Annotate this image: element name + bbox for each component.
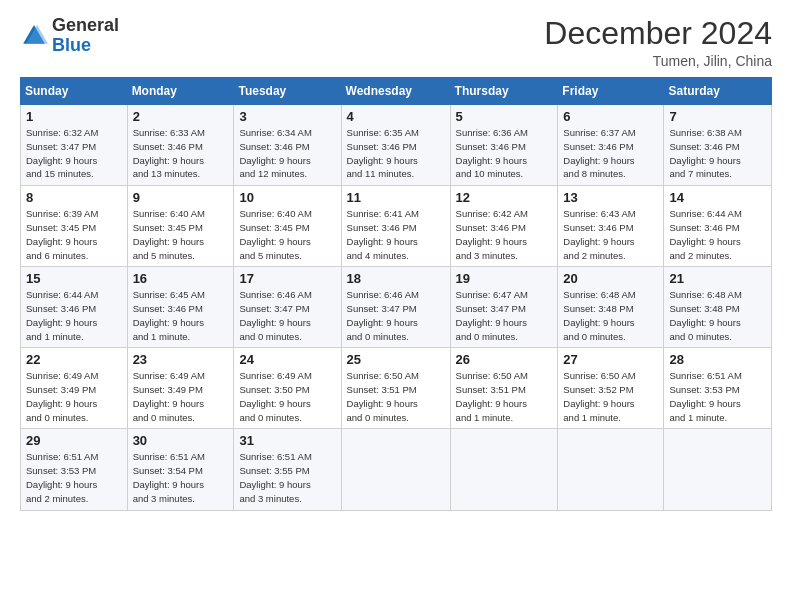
calendar-cell: 8Sunrise: 6:39 AMSunset: 3:45 PMDaylight… bbox=[21, 186, 128, 267]
day-number: 9 bbox=[133, 190, 229, 205]
calendar-cell: 21Sunrise: 6:48 AMSunset: 3:48 PMDayligh… bbox=[664, 267, 772, 348]
day-detail: Sunrise: 6:36 AMSunset: 3:46 PMDaylight:… bbox=[456, 126, 553, 181]
subtitle: Tumen, Jilin, China bbox=[544, 53, 772, 69]
calendar-cell: 22Sunrise: 6:49 AMSunset: 3:49 PMDayligh… bbox=[21, 348, 128, 429]
day-detail: Sunrise: 6:37 AMSunset: 3:46 PMDaylight:… bbox=[563, 126, 658, 181]
calendar-cell: 31Sunrise: 6:51 AMSunset: 3:55 PMDayligh… bbox=[234, 429, 341, 510]
calendar-cell: 17Sunrise: 6:46 AMSunset: 3:47 PMDayligh… bbox=[234, 267, 341, 348]
day-number: 2 bbox=[133, 109, 229, 124]
day-number: 18 bbox=[347, 271, 445, 286]
day-number: 19 bbox=[456, 271, 553, 286]
month-title: December 2024 bbox=[544, 16, 772, 51]
calendar-cell: 28Sunrise: 6:51 AMSunset: 3:53 PMDayligh… bbox=[664, 348, 772, 429]
day-number: 21 bbox=[669, 271, 766, 286]
day-detail: Sunrise: 6:38 AMSunset: 3:46 PMDaylight:… bbox=[669, 126, 766, 181]
calendar-cell bbox=[450, 429, 558, 510]
calendar-cell bbox=[558, 429, 664, 510]
calendar-week-row: 22Sunrise: 6:49 AMSunset: 3:49 PMDayligh… bbox=[21, 348, 772, 429]
logo-general-text: General bbox=[52, 15, 119, 35]
day-number: 6 bbox=[563, 109, 658, 124]
weekday-header-monday: Monday bbox=[127, 78, 234, 105]
day-detail: Sunrise: 6:42 AMSunset: 3:46 PMDaylight:… bbox=[456, 207, 553, 262]
calendar-cell: 5Sunrise: 6:36 AMSunset: 3:46 PMDaylight… bbox=[450, 105, 558, 186]
day-number: 8 bbox=[26, 190, 122, 205]
logo-blue-text: Blue bbox=[52, 35, 91, 55]
calendar-table: SundayMondayTuesdayWednesdayThursdayFrid… bbox=[20, 77, 772, 510]
day-number: 16 bbox=[133, 271, 229, 286]
calendar-cell: 23Sunrise: 6:49 AMSunset: 3:49 PMDayligh… bbox=[127, 348, 234, 429]
page: General Blue December 2024 Tumen, Jilin,… bbox=[0, 0, 792, 612]
day-detail: Sunrise: 6:35 AMSunset: 3:46 PMDaylight:… bbox=[347, 126, 445, 181]
day-detail: Sunrise: 6:44 AMSunset: 3:46 PMDaylight:… bbox=[669, 207, 766, 262]
calendar-cell: 10Sunrise: 6:40 AMSunset: 3:45 PMDayligh… bbox=[234, 186, 341, 267]
calendar-cell: 12Sunrise: 6:42 AMSunset: 3:46 PMDayligh… bbox=[450, 186, 558, 267]
day-detail: Sunrise: 6:50 AMSunset: 3:51 PMDaylight:… bbox=[456, 369, 553, 424]
day-detail: Sunrise: 6:34 AMSunset: 3:46 PMDaylight:… bbox=[239, 126, 335, 181]
calendar-cell: 6Sunrise: 6:37 AMSunset: 3:46 PMDaylight… bbox=[558, 105, 664, 186]
calendar-week-row: 1Sunrise: 6:32 AMSunset: 3:47 PMDaylight… bbox=[21, 105, 772, 186]
calendar-cell bbox=[664, 429, 772, 510]
day-detail: Sunrise: 6:50 AMSunset: 3:52 PMDaylight:… bbox=[563, 369, 658, 424]
day-number: 23 bbox=[133, 352, 229, 367]
day-number: 11 bbox=[347, 190, 445, 205]
weekday-header-tuesday: Tuesday bbox=[234, 78, 341, 105]
weekday-header-thursday: Thursday bbox=[450, 78, 558, 105]
day-number: 1 bbox=[26, 109, 122, 124]
day-detail: Sunrise: 6:40 AMSunset: 3:45 PMDaylight:… bbox=[239, 207, 335, 262]
day-number: 22 bbox=[26, 352, 122, 367]
day-detail: Sunrise: 6:48 AMSunset: 3:48 PMDaylight:… bbox=[669, 288, 766, 343]
day-number: 17 bbox=[239, 271, 335, 286]
calendar-cell: 26Sunrise: 6:50 AMSunset: 3:51 PMDayligh… bbox=[450, 348, 558, 429]
day-detail: Sunrise: 6:50 AMSunset: 3:51 PMDaylight:… bbox=[347, 369, 445, 424]
day-detail: Sunrise: 6:51 AMSunset: 3:53 PMDaylight:… bbox=[26, 450, 122, 505]
day-number: 28 bbox=[669, 352, 766, 367]
calendar-cell: 15Sunrise: 6:44 AMSunset: 3:46 PMDayligh… bbox=[21, 267, 128, 348]
day-number: 20 bbox=[563, 271, 658, 286]
day-number: 29 bbox=[26, 433, 122, 448]
calendar-cell: 18Sunrise: 6:46 AMSunset: 3:47 PMDayligh… bbox=[341, 267, 450, 348]
calendar-cell: 4Sunrise: 6:35 AMSunset: 3:46 PMDaylight… bbox=[341, 105, 450, 186]
weekday-header-saturday: Saturday bbox=[664, 78, 772, 105]
day-number: 26 bbox=[456, 352, 553, 367]
calendar-week-row: 29Sunrise: 6:51 AMSunset: 3:53 PMDayligh… bbox=[21, 429, 772, 510]
day-number: 10 bbox=[239, 190, 335, 205]
calendar-cell: 7Sunrise: 6:38 AMSunset: 3:46 PMDaylight… bbox=[664, 105, 772, 186]
weekday-header-sunday: Sunday bbox=[21, 78, 128, 105]
day-number: 27 bbox=[563, 352, 658, 367]
calendar-week-row: 8Sunrise: 6:39 AMSunset: 3:45 PMDaylight… bbox=[21, 186, 772, 267]
calendar-cell: 25Sunrise: 6:50 AMSunset: 3:51 PMDayligh… bbox=[341, 348, 450, 429]
day-detail: Sunrise: 6:47 AMSunset: 3:47 PMDaylight:… bbox=[456, 288, 553, 343]
calendar-cell: 13Sunrise: 6:43 AMSunset: 3:46 PMDayligh… bbox=[558, 186, 664, 267]
calendar-header-row: SundayMondayTuesdayWednesdayThursdayFrid… bbox=[21, 78, 772, 105]
day-detail: Sunrise: 6:45 AMSunset: 3:46 PMDaylight:… bbox=[133, 288, 229, 343]
day-detail: Sunrise: 6:51 AMSunset: 3:54 PMDaylight:… bbox=[133, 450, 229, 505]
day-number: 25 bbox=[347, 352, 445, 367]
day-detail: Sunrise: 6:46 AMSunset: 3:47 PMDaylight:… bbox=[239, 288, 335, 343]
calendar-cell: 29Sunrise: 6:51 AMSunset: 3:53 PMDayligh… bbox=[21, 429, 128, 510]
title-block: December 2024 Tumen, Jilin, China bbox=[544, 16, 772, 69]
day-detail: Sunrise: 6:41 AMSunset: 3:46 PMDaylight:… bbox=[347, 207, 445, 262]
calendar-cell bbox=[341, 429, 450, 510]
day-detail: Sunrise: 6:46 AMSunset: 3:47 PMDaylight:… bbox=[347, 288, 445, 343]
calendar-cell: 14Sunrise: 6:44 AMSunset: 3:46 PMDayligh… bbox=[664, 186, 772, 267]
day-number: 4 bbox=[347, 109, 445, 124]
day-detail: Sunrise: 6:49 AMSunset: 3:49 PMDaylight:… bbox=[133, 369, 229, 424]
day-number: 14 bbox=[669, 190, 766, 205]
logo: General Blue bbox=[20, 16, 119, 56]
day-number: 5 bbox=[456, 109, 553, 124]
weekday-header-wednesday: Wednesday bbox=[341, 78, 450, 105]
day-detail: Sunrise: 6:33 AMSunset: 3:46 PMDaylight:… bbox=[133, 126, 229, 181]
calendar-cell: 16Sunrise: 6:45 AMSunset: 3:46 PMDayligh… bbox=[127, 267, 234, 348]
day-detail: Sunrise: 6:51 AMSunset: 3:53 PMDaylight:… bbox=[669, 369, 766, 424]
day-number: 13 bbox=[563, 190, 658, 205]
day-detail: Sunrise: 6:44 AMSunset: 3:46 PMDaylight:… bbox=[26, 288, 122, 343]
calendar-week-row: 15Sunrise: 6:44 AMSunset: 3:46 PMDayligh… bbox=[21, 267, 772, 348]
day-detail: Sunrise: 6:32 AMSunset: 3:47 PMDaylight:… bbox=[26, 126, 122, 181]
day-number: 3 bbox=[239, 109, 335, 124]
day-detail: Sunrise: 6:39 AMSunset: 3:45 PMDaylight:… bbox=[26, 207, 122, 262]
logo-icon bbox=[20, 22, 48, 50]
calendar-cell: 11Sunrise: 6:41 AMSunset: 3:46 PMDayligh… bbox=[341, 186, 450, 267]
calendar-cell: 24Sunrise: 6:49 AMSunset: 3:50 PMDayligh… bbox=[234, 348, 341, 429]
day-detail: Sunrise: 6:48 AMSunset: 3:48 PMDaylight:… bbox=[563, 288, 658, 343]
calendar-cell: 27Sunrise: 6:50 AMSunset: 3:52 PMDayligh… bbox=[558, 348, 664, 429]
